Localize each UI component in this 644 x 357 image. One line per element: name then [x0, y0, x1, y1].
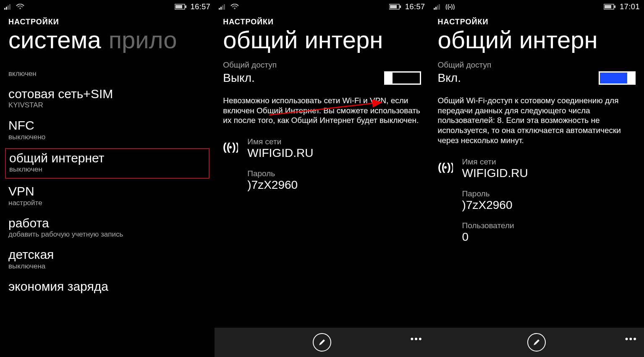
- network-name-value: WIFIGID.RU: [462, 167, 528, 180]
- password-row[interactable]: Пароль )7zX2960: [462, 189, 636, 212]
- svg-rect-30: [614, 5, 615, 8]
- list-item-internet-sharing[interactable]: общий интернет выключен: [5, 148, 209, 179]
- users-row: Пользователи 0: [462, 221, 636, 244]
- network-name-label: Имя сети: [247, 137, 313, 146]
- list-item-vpn[interactable]: VPN настройте: [8, 180, 206, 212]
- cellular-signal-icon: [4, 4, 12, 10]
- svg-rect-14: [390, 5, 397, 8]
- password-value: )7zX2960: [462, 198, 636, 212]
- wifi-icon: [230, 4, 239, 10]
- password-value: )7zX2960: [247, 178, 421, 192]
- breadcrumb: НАСТРОЙКИ: [223, 18, 421, 26]
- app-bar: •••: [429, 328, 644, 357]
- svg-text:)): )): [232, 141, 238, 153]
- breadcrumb: НАСТРОЙКИ: [8, 18, 206, 26]
- sharing-state: Выкл.: [223, 71, 254, 85]
- more-button[interactable]: •••: [625, 334, 637, 344]
- svg-rect-22: [435, 7, 437, 10]
- svg-point-12: [234, 8, 236, 9]
- pivot-next: прило: [109, 27, 177, 53]
- svg-rect-8: [219, 8, 220, 10]
- network-name-value: WIFIGID.RU: [247, 146, 313, 160]
- settings-list[interactable]: Bluetooth включен сотовая сеть+SIM KYIVS…: [0, 62, 215, 298]
- svg-rect-11: [224, 4, 225, 10]
- svg-rect-15: [400, 5, 401, 8]
- cellular-signal-icon: [219, 4, 226, 10]
- svg-rect-2: [8, 5, 9, 10]
- sharing-label: Общий доступ: [438, 60, 636, 70]
- svg-point-4: [19, 8, 21, 9]
- svg-point-32: [444, 166, 447, 169]
- network-name-row[interactable]: (()) Имя сети WIFIGID.RU: [438, 157, 636, 180]
- list-item-nfc[interactable]: NFC выключено: [8, 115, 206, 146]
- hotspot-status-icon: (()): [445, 4, 455, 10]
- more-button[interactable]: •••: [410, 334, 422, 344]
- clock: 17:01: [620, 3, 640, 11]
- sharing-state: Вкл.: [438, 71, 461, 85]
- network-name-row[interactable]: (()) Имя сети WIFIGID.RU: [223, 137, 421, 160]
- broadcast-icon: (()): [223, 137, 240, 153]
- battery-icon: [604, 4, 615, 10]
- svg-rect-24: [439, 4, 440, 10]
- edit-button[interactable]: [313, 333, 331, 352]
- pivot-active: система: [8, 27, 101, 53]
- pencil-icon: [532, 338, 541, 347]
- wifi-icon: [16, 4, 24, 10]
- svg-rect-10: [222, 5, 223, 10]
- svg-rect-3: [9, 4, 10, 10]
- svg-rect-7: [185, 5, 186, 8]
- app-bar: •••: [215, 328, 429, 357]
- svg-rect-29: [605, 5, 611, 8]
- page-title: общий интерн: [223, 27, 421, 53]
- clock: 16:57: [191, 3, 211, 11]
- network-name-label: Имя сети: [462, 157, 528, 167]
- list-item-bluetooth[interactable]: Bluetooth включен: [8, 62, 206, 83]
- status-bar: 16:57: [215, 0, 429, 12]
- pivot-header[interactable]: системаприло: [8, 27, 206, 53]
- svg-point-17: [229, 146, 232, 149]
- internet-sharing-on-panel: (()) 17:01 НАСТРОЙКИ общий интерн Общий …: [429, 0, 644, 357]
- sharing-description: Общий Wi-Fi-доступ к сотовому соединению…: [438, 96, 636, 146]
- svg-text:)): )): [451, 4, 455, 10]
- list-item-cellular-sim[interactable]: сотовая сеть+SIM KYIVSTAR: [8, 83, 206, 115]
- battery-icon: [389, 4, 401, 10]
- list-item-kids-corner[interactable]: детская выключена: [8, 244, 206, 276]
- users-label: Пользователи: [462, 221, 636, 230]
- password-row[interactable]: Пароль )7zX2960: [247, 169, 421, 192]
- svg-rect-21: [434, 8, 435, 10]
- battery-icon: [175, 4, 186, 10]
- broadcast-icon: (()): [438, 157, 455, 173]
- status-bar: 16:57: [0, 0, 215, 12]
- svg-rect-23: [437, 5, 438, 10]
- svg-text:)): )): [447, 162, 453, 173]
- password-label: Пароль: [462, 189, 636, 198]
- page-title: общий интерн: [438, 27, 636, 53]
- cellular-signal-icon: [434, 4, 441, 10]
- sharing-description: Невозможно использовать сети Wi-Fi и VPN…: [223, 96, 421, 125]
- internet-sharing-off-panel: 16:57 НАСТРОЙКИ общий интерн Общий досту…: [215, 0, 429, 357]
- users-value: 0: [462, 230, 636, 244]
- clock: 16:57: [405, 3, 425, 11]
- sharing-toggle[interactable]: [384, 71, 421, 85]
- svg-rect-9: [220, 7, 222, 10]
- settings-system-panel: 16:57 НАСТРОЙКИ системаприло Bluetooth в…: [0, 0, 215, 357]
- breadcrumb: НАСТРОЙКИ: [438, 18, 636, 26]
- svg-text:((: ((: [445, 4, 450, 10]
- sharing-label: Общий доступ: [223, 60, 421, 70]
- sharing-toggle[interactable]: [599, 71, 636, 85]
- status-bar: (()) 17:01: [429, 0, 644, 12]
- password-label: Пароль: [247, 169, 421, 178]
- svg-rect-1: [6, 7, 7, 10]
- edit-button[interactable]: [527, 333, 546, 352]
- pencil-icon: [318, 338, 326, 347]
- list-item-workplace[interactable]: работа добавить рабочую учетную запись: [8, 212, 206, 244]
- svg-rect-6: [175, 5, 182, 8]
- svg-rect-0: [4, 8, 5, 10]
- list-item-battery-saver[interactable]: экономия заряда: [8, 276, 206, 298]
